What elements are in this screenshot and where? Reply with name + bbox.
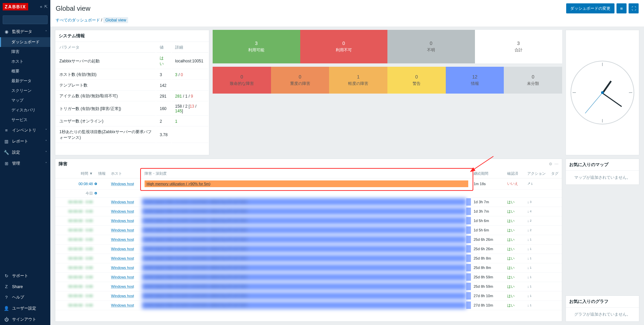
problem-link[interactable]: Lorem ipsum dolor sit amet consectetur a…	[142, 236, 466, 243]
ack-link[interactable]: はい	[507, 247, 515, 251]
host-tile[interactable]: 0利用不可	[300, 30, 388, 63]
popout-icon[interactable]: ⇱	[44, 4, 48, 9]
severity-tile[interactable]: 0致命的な障害	[213, 67, 271, 94]
action-icon[interactable]: ↓ 1	[527, 284, 532, 288]
problem-link[interactable]: Lorem ipsum dolor sit amet consectetur a…	[142, 217, 466, 224]
ack-link[interactable]: はい	[507, 275, 515, 279]
problem-link[interactable]: Lorem ipsum dolor sit amet consectetur a…	[142, 292, 466, 300]
nav-section[interactable]: 🔧設定˅	[0, 147, 50, 158]
host-link[interactable]: Windows host	[111, 266, 134, 270]
severity-tile[interactable]: 12情報	[446, 67, 504, 94]
ack-link[interactable]: はい	[507, 228, 515, 232]
problem-link[interactable]: Lorem ipsum dolor sit amet consectetur a…	[142, 255, 466, 262]
nav-bottom-item[interactable]: ↻サポート	[0, 270, 50, 281]
host-link[interactable]: Windows host	[111, 182, 134, 186]
nav-section[interactable]: ⊞管理˅	[0, 158, 50, 169]
nav-sub-item[interactable]: 障害	[0, 47, 50, 57]
host-link[interactable]: Windows host	[111, 284, 134, 288]
fullscreen-icon[interactable]: ⛶	[629, 3, 639, 13]
nav-bottom-item[interactable]: 👤ユーザー設定	[0, 303, 50, 314]
nav-sub-item[interactable]: スクリーン	[0, 86, 50, 96]
host-link[interactable]: Windows host	[111, 256, 134, 260]
nav-sub-item[interactable]: サービス	[0, 115, 50, 125]
nav-icon: ▥	[3, 139, 9, 144]
more-icon[interactable]: ⋯	[554, 162, 558, 166]
problem-link[interactable]: Lorem ipsum dolor sit amet consectetur a…	[142, 198, 466, 206]
col-header: アクション	[525, 169, 548, 178]
ack-link[interactable]: はい	[507, 303, 515, 307]
action-icon[interactable]: ↓ 4	[527, 209, 532, 213]
action-icon[interactable]: ↗ 1	[527, 181, 533, 186]
host-link[interactable]: Windows host	[111, 200, 134, 204]
host-link[interactable]: Windows host	[111, 275, 134, 279]
param: 1秒あたりの監視項目数(Zabbixサーバーの要求パフォーマンス)	[56, 127, 156, 143]
problem-link[interactable]: Lorem ipsum dolor sit amet consectetur a…	[142, 283, 466, 290]
col-header: 値	[156, 43, 171, 53]
time[interactable]: 00:08:48	[78, 182, 93, 186]
col-header[interactable]: 時間 ▼	[55, 169, 96, 178]
nav-sub-item[interactable]: ディスカバリ	[0, 105, 50, 115]
severity-tile[interactable]: 0警告	[387, 67, 446, 94]
edit-dashboard-button[interactable]: ダッシュボードの変更	[566, 3, 614, 13]
ack-link[interactable]: はい	[507, 266, 515, 270]
action-icon[interactable]: ↓ 3	[527, 200, 532, 204]
ack-link[interactable]: はい	[507, 219, 515, 223]
severity-tile[interactable]: 0重度の障害	[271, 67, 329, 94]
action-icon[interactable]: ↓ 1	[527, 275, 532, 279]
host-link[interactable]: Windows host	[111, 228, 134, 232]
problem-link[interactable]: Lorem ipsum dolor sit amet consectetur a…	[142, 245, 466, 253]
host-link[interactable]: Windows host	[111, 294, 134, 298]
action-icon[interactable]: ↓ 1	[527, 294, 532, 298]
host-link[interactable]: Windows host	[111, 247, 134, 251]
ack-link[interactable]: はい	[507, 237, 515, 241]
duration: 1d 5h 6m	[471, 216, 504, 225]
host-tile[interactable]: 3利用可能	[213, 30, 300, 63]
ack-link[interactable]: はい	[507, 294, 515, 298]
nav-section[interactable]: ◉監視データ˄	[0, 26, 50, 37]
ack-link[interactable]: はい	[507, 256, 515, 260]
host-link[interactable]: Windows host	[111, 237, 134, 241]
nav-sub-item[interactable]: 最新データ	[0, 76, 50, 86]
host-tile[interactable]: 3合計	[475, 30, 562, 63]
duration: 27d 8h 10m	[471, 291, 504, 301]
nav-section[interactable]: ▥レポート˅	[0, 136, 50, 147]
nav-sub-item[interactable]: 概要	[0, 66, 50, 76]
problem-link[interactable]: Lorem ipsum dolor sit amet consectetur a…	[142, 302, 466, 309]
nav-bottom-item[interactable]: ⏻サインアウト	[0, 314, 50, 325]
ack-link[interactable]: はい	[507, 209, 515, 213]
empty-text: マップが追加されていません。	[566, 171, 639, 184]
collapse-icon[interactable]: «	[40, 4, 42, 9]
severity-tile[interactable]: 1軽度の障害	[329, 67, 387, 94]
action-icon[interactable]: ↓ 2	[527, 228, 532, 232]
problem-link[interactable]: Lorem ipsum dolor sit amet consectetur a…	[142, 226, 466, 234]
action-icon[interactable]: ↓ 2	[527, 219, 532, 223]
action-icon[interactable]: ↓ 1	[527, 303, 532, 307]
nav-bottom-item[interactable]: ZShare	[0, 281, 50, 292]
ack-link[interactable]: はい	[507, 284, 515, 288]
problem-link[interactable]: High memory utilization ( >90% for 5m)	[145, 180, 468, 187]
nav-sub-item[interactable]: ダッシュボード	[0, 37, 50, 47]
nav-bottom-item[interactable]: ?ヘルプ	[0, 292, 50, 303]
nav-sub-item[interactable]: マップ	[0, 96, 50, 105]
action-icon[interactable]: ↓ 1	[527, 237, 532, 241]
action-icon[interactable]: ↓ 1	[527, 256, 532, 260]
search-input[interactable]: 🔍	[3, 15, 48, 24]
nav-section[interactable]: ≡インベントリ˅	[0, 125, 50, 136]
detail: 281 / 1 / 9	[172, 91, 208, 101]
host-tile[interactable]: 0不明	[387, 30, 475, 63]
ack-link[interactable]: いいえ	[507, 181, 518, 185]
breadcrumb-all[interactable]: すべてのダッシュボード	[56, 18, 100, 22]
action-icon[interactable]: ↓ 1	[527, 266, 532, 270]
problem-link[interactable]: Lorem ipsum dolor sit amet consectetur a…	[142, 208, 466, 215]
host-link[interactable]: Windows host	[111, 303, 134, 307]
gear-icon[interactable]: ⚙	[549, 162, 552, 166]
action-icon[interactable]: ↓ 1	[527, 247, 532, 251]
ack-link[interactable]: はい	[507, 200, 515, 204]
host-link[interactable]: Windows host	[111, 219, 134, 223]
nav-sub-item[interactable]: ホスト	[0, 57, 50, 66]
host-link[interactable]: Windows host	[111, 209, 134, 213]
menu-icon[interactable]: ≡	[616, 3, 627, 13]
problem-link[interactable]: Lorem ipsum dolor sit amet consectetur a…	[142, 273, 466, 281]
severity-tile[interactable]: 0未分類	[504, 67, 562, 94]
problem-link[interactable]: Lorem ipsum dolor sit amet consectetur a…	[142, 264, 466, 271]
